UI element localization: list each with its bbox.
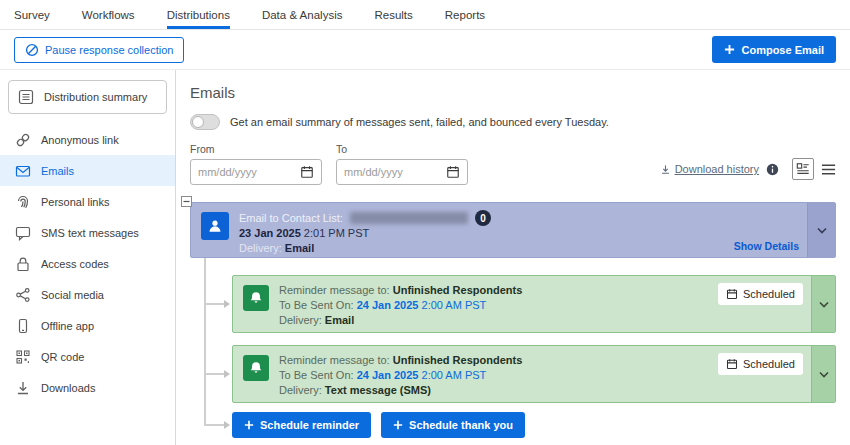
compose-button-label: Compose Email — [741, 44, 824, 56]
collapse-tree-icon[interactable] — [181, 196, 192, 209]
link-icon — [15, 132, 31, 148]
info-icon[interactable] — [766, 163, 779, 176]
detail-view-toggle[interactable] — [792, 158, 814, 180]
from-date-input[interactable] — [198, 166, 300, 178]
sent-on-time: 2:00 AM PST — [422, 369, 487, 381]
page-title: Emails — [190, 84, 836, 101]
mobile-icon — [15, 318, 31, 334]
ban-icon — [25, 43, 39, 57]
from-date-label: From — [190, 143, 322, 155]
tab-distributions[interactable]: Distributions — [167, 0, 230, 29]
to-date-field[interactable] — [336, 159, 468, 185]
sidebar-item-qr-code[interactable]: QR code — [0, 341, 175, 372]
to-date-label: To — [336, 143, 468, 155]
distributions-sidebar: Distribution summary Anonymous link Emai… — [0, 70, 176, 445]
show-details-link[interactable]: Show Details — [734, 240, 799, 252]
from-calendar-button[interactable] — [300, 165, 314, 179]
reminder-bell-icon — [243, 285, 269, 311]
qr-code-icon — [15, 349, 31, 365]
sidebar-item-anonymous-link[interactable]: Anonymous link — [0, 124, 175, 155]
sidebar-item-label: Distribution summary — [44, 91, 147, 103]
delivery-label: Delivery: — [279, 384, 322, 396]
sent-on-label: To Be Sent On: — [279, 369, 354, 381]
sidebar-item-label: Emails — [41, 165, 74, 177]
to-calendar-button[interactable] — [446, 165, 460, 179]
pause-response-collection-button[interactable]: Pause response collection — [14, 37, 184, 63]
calendar-icon — [726, 288, 738, 300]
sidebar-item-label: Access codes — [41, 258, 109, 270]
sidebar-item-label: SMS text messages — [41, 227, 139, 239]
sidebar-item-sms[interactable]: SMS text messages — [0, 217, 175, 248]
toolbar: Pause response collection Compose Email — [0, 30, 850, 70]
sidebar-item-label: QR code — [41, 351, 84, 363]
expand-card-chevron[interactable] — [811, 346, 835, 402]
reminder-card-email[interactable]: Reminder message to: Unfinished Responde… — [232, 275, 836, 333]
delivery-value: Email — [285, 242, 314, 254]
email-sent-time: 2:01 PM PST — [304, 227, 369, 239]
calendar-icon — [726, 358, 738, 370]
sidebar-item-label: Anonymous link — [41, 134, 119, 146]
tree-branch-arrow — [224, 421, 230, 429]
contact-list-icon — [201, 212, 229, 240]
email-summary-toggle[interactable] — [190, 114, 220, 130]
schedule-thank-you-button[interactable]: Schedule thank you — [381, 412, 525, 438]
sidebar-item-offline-app[interactable]: Offline app — [0, 310, 175, 341]
envelope-icon — [15, 163, 31, 179]
tab-workflows[interactable]: Workflows — [82, 0, 135, 29]
tree-branch-line — [204, 373, 225, 375]
email-summary-toggle-label: Get an email summary of messages sent, f… — [230, 116, 609, 128]
expand-card-chevron[interactable] — [811, 276, 835, 332]
delivery-value: Email — [325, 314, 354, 326]
list-view-toggle[interactable] — [821, 162, 836, 177]
tree-branch-arrow — [224, 300, 230, 308]
emails-panel: Emails Get an email summary of messages … — [176, 70, 850, 445]
summary-icon — [18, 89, 34, 105]
lock-icon — [15, 256, 31, 272]
from-date-field[interactable] — [190, 159, 322, 185]
to-date-input[interactable] — [344, 166, 446, 178]
reminder-audience: Unfinished Respondents — [393, 354, 523, 366]
sidebar-item-personal-links[interactable]: Personal links — [0, 186, 175, 217]
email-sent-date: 23 Jan 2025 — [239, 227, 301, 239]
sent-on-date: 24 Jan 2025 — [357, 299, 419, 311]
sidebar-item-distribution-summary[interactable]: Distribution summary — [8, 80, 167, 114]
top-navigation: Survey Workflows Distributions Data & An… — [0, 0, 850, 30]
redacted-contact-list-name — [350, 212, 468, 224]
tab-results[interactable]: Results — [374, 0, 412, 29]
sidebar-item-emails[interactable]: Emails — [0, 155, 175, 186]
sidebar-item-label: Offline app — [41, 320, 94, 332]
schedule-thank-you-label: Schedule thank you — [409, 419, 513, 431]
plus-icon — [393, 420, 403, 430]
status-badge-label: Scheduled — [743, 288, 795, 300]
delivery-value: Text message (SMS) — [325, 384, 431, 396]
tab-reports[interactable]: Reports — [445, 0, 485, 29]
email-card-parent[interactable]: Email to Contact List: 0 23 Jan 2025 2:0… — [190, 202, 836, 258]
sidebar-item-label: Social media — [41, 289, 104, 301]
reminder-to-label: Reminder message to: — [279, 354, 390, 366]
share-icon — [15, 287, 31, 303]
compose-email-button[interactable]: Compose Email — [712, 36, 836, 63]
sent-on-label: To Be Sent On: — [279, 299, 354, 311]
plus-icon — [724, 44, 735, 55]
tree-branch-line — [204, 424, 225, 426]
schedule-reminder-button[interactable]: Schedule reminder — [232, 412, 371, 438]
sidebar-item-downloads[interactable]: Downloads — [0, 372, 175, 403]
email-to-label: Email to Contact List: — [239, 211, 343, 226]
sent-on-date: 24 Jan 2025 — [357, 369, 419, 381]
download-history-label: Download history — [675, 163, 759, 175]
status-badge: Scheduled — [718, 283, 803, 305]
toggle-knob — [192, 116, 204, 128]
download-icon — [15, 380, 31, 396]
tab-data-analysis[interactable]: Data & Analysis — [262, 0, 343, 29]
sidebar-item-access-codes[interactable]: Access codes — [0, 248, 175, 279]
reminder-card-sms[interactable]: Reminder message to: Unfinished Responde… — [232, 345, 836, 403]
expand-card-chevron[interactable] — [807, 203, 835, 257]
tab-survey[interactable]: Survey — [14, 0, 50, 29]
tree-branch-line — [204, 303, 225, 305]
tree-branch-arrow — [224, 370, 230, 378]
download-history-link[interactable]: Download history — [660, 163, 759, 175]
reminder-bell-icon — [243, 355, 269, 381]
plus-icon — [244, 420, 254, 430]
sidebar-item-social-media[interactable]: Social media — [0, 279, 175, 310]
tree-connector-line — [204, 256, 206, 425]
